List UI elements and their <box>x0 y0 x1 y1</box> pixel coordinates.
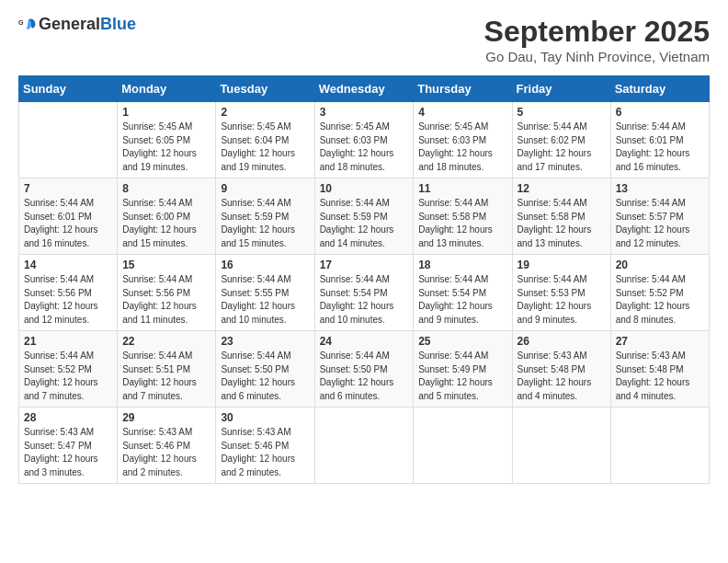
day-number: 16 <box>221 259 309 271</box>
calendar-cell: 30Sunrise: 5:43 AMSunset: 5:46 PMDayligh… <box>216 408 314 484</box>
day-number: 25 <box>418 335 506 348</box>
day-info: Sunrise: 5:45 AMSunset: 6:04 PMDaylight:… <box>221 121 309 174</box>
day-info: Sunrise: 5:45 AMSunset: 6:03 PMDaylight:… <box>320 121 409 174</box>
calendar-cell: 12Sunrise: 5:44 AMSunset: 5:58 PMDayligh… <box>512 178 610 255</box>
day-number: 9 <box>221 182 309 195</box>
day-number: 4 <box>418 106 506 119</box>
day-number: 5 <box>518 106 606 119</box>
calendar-cell <box>19 102 118 178</box>
calendar-table: SundayMondayTuesdayWednesdayThursdayFrid… <box>18 75 710 484</box>
calendar-cell <box>414 408 512 484</box>
day-info: Sunrise: 5:43 AMSunset: 5:47 PMDaylight:… <box>24 426 112 479</box>
column-header-friday: Friday <box>512 76 610 102</box>
day-number: 7 <box>24 182 112 195</box>
calendar-cell: 15Sunrise: 5:44 AMSunset: 5:56 PMDayligh… <box>118 255 216 331</box>
day-number: 22 <box>122 335 210 348</box>
logo-text-general: General <box>39 15 100 33</box>
day-number: 17 <box>320 259 409 271</box>
day-info: Sunrise: 5:44 AMSunset: 5:58 PMDaylight:… <box>418 197 506 250</box>
calendar-cell: 14Sunrise: 5:44 AMSunset: 5:56 PMDayligh… <box>19 255 118 331</box>
day-info: Sunrise: 5:44 AMSunset: 5:53 PMDaylight:… <box>518 273 606 327</box>
calendar-cell: 16Sunrise: 5:44 AMSunset: 5:55 PMDayligh… <box>216 255 314 331</box>
calendar-cell: 5Sunrise: 5:44 AMSunset: 6:02 PMDaylight… <box>512 102 610 178</box>
calendar-cell: 4Sunrise: 5:45 AMSunset: 6:03 PMDaylight… <box>414 102 512 178</box>
day-number: 15 <box>122 259 210 271</box>
day-info: Sunrise: 5:44 AMSunset: 5:54 PMDaylight:… <box>418 273 506 327</box>
day-info: Sunrise: 5:44 AMSunset: 5:52 PMDaylight:… <box>24 350 112 403</box>
title-area: September 2025 Go Dau, Tay Ninh Province… <box>484 15 710 64</box>
day-info: Sunrise: 5:45 AMSunset: 6:03 PMDaylight:… <box>418 121 506 174</box>
day-number: 2 <box>221 106 309 119</box>
calendar-cell <box>610 408 709 484</box>
calendar-cell: 2Sunrise: 5:45 AMSunset: 6:04 PMDaylight… <box>216 102 314 178</box>
calendar-cell: 29Sunrise: 5:43 AMSunset: 5:46 PMDayligh… <box>118 408 216 484</box>
day-number: 24 <box>320 335 409 348</box>
day-number: 1 <box>122 106 210 119</box>
page-header: G GeneralBlue September 2025 Go Dau, Tay… <box>18 15 710 64</box>
day-number: 12 <box>518 182 606 195</box>
day-number: 27 <box>616 335 704 348</box>
calendar-cell: 19Sunrise: 5:44 AMSunset: 5:53 PMDayligh… <box>512 255 610 331</box>
day-number: 26 <box>518 335 606 348</box>
day-number: 13 <box>616 182 704 195</box>
column-header-saturday: Saturday <box>610 76 709 102</box>
day-number: 14 <box>24 259 112 271</box>
day-info: Sunrise: 5:44 AMSunset: 5:50 PMDaylight:… <box>221 350 309 403</box>
calendar-cell: 23Sunrise: 5:44 AMSunset: 5:50 PMDayligh… <box>216 331 314 408</box>
week-row-4: 21Sunrise: 5:44 AMSunset: 5:52 PMDayligh… <box>19 331 710 408</box>
month-title: September 2025 <box>484 15 710 49</box>
day-number: 10 <box>320 182 409 195</box>
day-info: Sunrise: 5:43 AMSunset: 5:46 PMDaylight:… <box>221 426 309 479</box>
day-number: 23 <box>221 335 309 348</box>
day-info: Sunrise: 5:44 AMSunset: 5:54 PMDaylight:… <box>320 273 409 327</box>
calendar-cell: 8Sunrise: 5:44 AMSunset: 6:00 PMDaylight… <box>118 178 216 255</box>
week-row-2: 7Sunrise: 5:44 AMSunset: 6:01 PMDaylight… <box>19 178 710 255</box>
calendar-cell: 10Sunrise: 5:44 AMSunset: 5:59 PMDayligh… <box>314 178 414 255</box>
column-header-thursday: Thursday <box>414 76 512 102</box>
calendar-cell: 3Sunrise: 5:45 AMSunset: 6:03 PMDaylight… <box>314 102 414 178</box>
calendar-cell: 18Sunrise: 5:44 AMSunset: 5:54 PMDayligh… <box>414 255 512 331</box>
week-row-1: 1Sunrise: 5:45 AMSunset: 6:05 PMDaylight… <box>19 102 710 178</box>
calendar-cell: 22Sunrise: 5:44 AMSunset: 5:51 PMDayligh… <box>118 331 216 408</box>
column-header-tuesday: Tuesday <box>216 76 314 102</box>
day-info: Sunrise: 5:44 AMSunset: 5:59 PMDaylight:… <box>320 197 409 250</box>
day-number: 29 <box>122 411 210 424</box>
logo-icon: G <box>18 16 37 34</box>
calendar-cell: 20Sunrise: 5:44 AMSunset: 5:52 PMDayligh… <box>610 255 709 331</box>
day-info: Sunrise: 5:44 AMSunset: 5:50 PMDaylight:… <box>320 350 409 403</box>
calendar-cell: 28Sunrise: 5:43 AMSunset: 5:47 PMDayligh… <box>19 408 118 484</box>
calendar-cell: 9Sunrise: 5:44 AMSunset: 5:59 PMDaylight… <box>216 178 314 255</box>
day-number: 30 <box>221 411 309 424</box>
day-info: Sunrise: 5:44 AMSunset: 6:01 PMDaylight:… <box>24 197 112 250</box>
svg-text:G: G <box>18 19 24 26</box>
day-info: Sunrise: 5:44 AMSunset: 5:51 PMDaylight:… <box>122 350 210 403</box>
day-info: Sunrise: 5:45 AMSunset: 6:05 PMDaylight:… <box>122 121 210 174</box>
calendar-cell: 21Sunrise: 5:44 AMSunset: 5:52 PMDayligh… <box>19 331 118 408</box>
column-header-sunday: Sunday <box>19 76 118 102</box>
calendar-cell: 26Sunrise: 5:43 AMSunset: 5:48 PMDayligh… <box>512 331 610 408</box>
day-info: Sunrise: 5:44 AMSunset: 5:49 PMDaylight:… <box>418 350 506 403</box>
calendar-cell <box>512 408 610 484</box>
day-number: 20 <box>616 259 704 271</box>
day-info: Sunrise: 5:44 AMSunset: 6:00 PMDaylight:… <box>122 197 210 250</box>
day-info: Sunrise: 5:44 AMSunset: 5:56 PMDaylight:… <box>24 273 112 327</box>
calendar-cell: 1Sunrise: 5:45 AMSunset: 6:05 PMDaylight… <box>118 102 216 178</box>
day-number: 19 <box>518 259 606 271</box>
column-header-row: SundayMondayTuesdayWednesdayThursdayFrid… <box>19 76 710 102</box>
day-info: Sunrise: 5:44 AMSunset: 6:02 PMDaylight:… <box>518 121 606 174</box>
day-info: Sunrise: 5:44 AMSunset: 5:57 PMDaylight:… <box>616 197 704 250</box>
day-number: 8 <box>122 182 210 195</box>
day-info: Sunrise: 5:43 AMSunset: 5:48 PMDaylight:… <box>616 350 704 403</box>
day-info: Sunrise: 5:44 AMSunset: 6:01 PMDaylight:… <box>616 121 704 174</box>
day-number: 6 <box>616 106 704 119</box>
week-row-3: 14Sunrise: 5:44 AMSunset: 5:56 PMDayligh… <box>19 255 710 331</box>
day-number: 18 <box>418 259 506 271</box>
calendar-cell: 24Sunrise: 5:44 AMSunset: 5:50 PMDayligh… <box>314 331 414 408</box>
calendar-cell: 7Sunrise: 5:44 AMSunset: 6:01 PMDaylight… <box>19 178 118 255</box>
calendar-cell: 25Sunrise: 5:44 AMSunset: 5:49 PMDayligh… <box>414 331 512 408</box>
location-title: Go Dau, Tay Ninh Province, Vietnam <box>484 49 710 64</box>
day-info: Sunrise: 5:44 AMSunset: 5:56 PMDaylight:… <box>122 273 210 327</box>
day-info: Sunrise: 5:44 AMSunset: 5:55 PMDaylight:… <box>221 273 309 327</box>
calendar-cell: 11Sunrise: 5:44 AMSunset: 5:58 PMDayligh… <box>414 178 512 255</box>
day-info: Sunrise: 5:43 AMSunset: 5:46 PMDaylight:… <box>122 426 210 479</box>
